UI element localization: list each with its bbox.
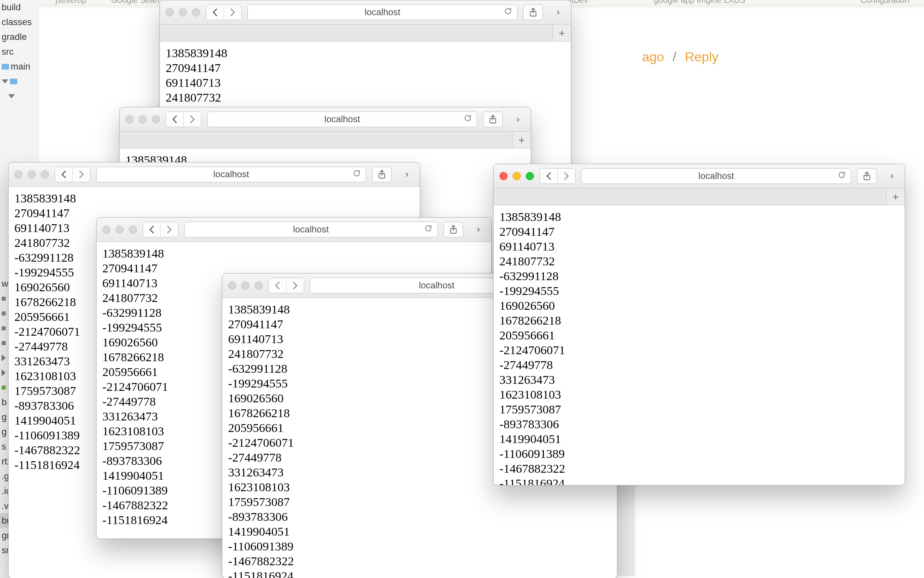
reload-button[interactable] bbox=[838, 171, 846, 181]
toolbar-overflow[interactable]: ›› bbox=[508, 112, 525, 127]
tree-row-expanded[interactable] bbox=[0, 89, 39, 104]
close-window-button[interactable] bbox=[499, 172, 508, 180]
file-icon bbox=[2, 341, 6, 345]
tree-label: w bbox=[2, 276, 8, 291]
file-icon bbox=[2, 385, 6, 390]
tree-item-src[interactable]: src bbox=[0, 44, 39, 59]
address-bar[interactable]: localhost bbox=[581, 168, 851, 184]
page-content: 1385839148 270941147 691140713 241807732… bbox=[494, 205, 905, 485]
tree-item-gradle[interactable]: gradle bbox=[0, 30, 39, 44]
forward-button[interactable] bbox=[72, 167, 90, 182]
share-button[interactable] bbox=[857, 168, 877, 184]
tree-item-classes[interactable]: classes bbox=[0, 15, 39, 30]
bg-tab: jsinterop bbox=[55, 0, 87, 5]
separator: / bbox=[672, 49, 676, 64]
forward-button[interactable] bbox=[160, 222, 178, 237]
address-bar[interactable]: localhost bbox=[207, 111, 477, 127]
address-title: localhost bbox=[419, 280, 455, 291]
nav-buttons bbox=[268, 278, 304, 293]
tab-strip: + bbox=[160, 25, 571, 42]
toolbar-overflow[interactable]: ›› bbox=[397, 167, 414, 182]
reload-icon bbox=[424, 224, 432, 232]
address-title: localhost bbox=[698, 171, 734, 181]
bg-tab: Configuration bbox=[860, 0, 909, 5]
reload-button[interactable] bbox=[353, 169, 361, 180]
window-toolbar: localhost›› bbox=[97, 218, 491, 242]
close-window-button[interactable] bbox=[166, 8, 174, 16]
minimize-window-button[interactable] bbox=[513, 172, 521, 180]
tree-label: src bbox=[2, 44, 14, 59]
toolbar-overflow[interactable]: ›› bbox=[469, 222, 485, 237]
close-window-button[interactable] bbox=[102, 225, 111, 234]
file-icon bbox=[2, 311, 6, 316]
back-button[interactable] bbox=[143, 222, 160, 237]
toolbar-overflow[interactable]: ›› bbox=[882, 169, 899, 183]
reload-icon bbox=[464, 114, 472, 122]
share-button[interactable] bbox=[483, 111, 503, 127]
tree-label: b bbox=[2, 395, 7, 410]
address-bar[interactable]: localhost bbox=[184, 222, 438, 237]
reload-button[interactable] bbox=[464, 114, 472, 125]
chevron-left-icon bbox=[149, 225, 155, 234]
chevron-left-icon bbox=[172, 115, 178, 123]
chevron-right-icon bbox=[230, 8, 236, 16]
tree-item-build[interactable]: build bbox=[0, 0, 39, 15]
address-title: localhost bbox=[213, 169, 249, 180]
zoom-window-button[interactable] bbox=[129, 225, 137, 234]
new-tab-button[interactable]: + bbox=[886, 188, 905, 205]
forward-button[interactable] bbox=[224, 5, 241, 20]
new-tab-button[interactable]: + bbox=[512, 132, 531, 148]
minimize-window-button[interactable] bbox=[28, 170, 36, 179]
forward-button[interactable] bbox=[286, 278, 304, 293]
traffic-lights bbox=[499, 172, 534, 180]
traffic-lights bbox=[102, 225, 137, 234]
tree-label: classes bbox=[2, 15, 32, 30]
back-button[interactable] bbox=[269, 278, 286, 293]
close-window-button[interactable] bbox=[14, 170, 23, 179]
window-toolbar: localhost›› bbox=[120, 107, 531, 132]
tab-strip: + bbox=[120, 132, 531, 149]
back-button[interactable] bbox=[55, 167, 72, 182]
back-button[interactable] bbox=[166, 112, 183, 127]
minimize-window-button[interactable] bbox=[116, 225, 124, 234]
address-bar[interactable]: localhost bbox=[96, 167, 366, 182]
back-button[interactable] bbox=[206, 5, 224, 20]
nav-buttons bbox=[166, 111, 201, 127]
chevron-left-icon bbox=[275, 281, 280, 290]
toolbar-overflow[interactable]: ›› bbox=[549, 5, 565, 20]
tab-strip: + bbox=[494, 188, 905, 205]
zoom-window-button[interactable] bbox=[192, 8, 200, 16]
share-button[interactable] bbox=[444, 222, 463, 237]
tree-item-main[interactable]: main bbox=[0, 59, 39, 74]
file-icon bbox=[2, 297, 6, 301]
minimize-window-button[interactable] bbox=[139, 115, 147, 123]
chevron-right-icon bbox=[2, 355, 6, 361]
address-bar[interactable]: localhost bbox=[247, 5, 517, 20]
reload-button[interactable] bbox=[504, 7, 512, 18]
safari-window[interactable]: localhost››+1385839148 270941147 6911407… bbox=[493, 164, 905, 485]
share-icon bbox=[489, 115, 497, 124]
nav-buttons bbox=[143, 222, 178, 237]
back-button[interactable] bbox=[540, 169, 557, 183]
reload-icon bbox=[838, 171, 846, 179]
zoom-window-button[interactable] bbox=[41, 170, 49, 179]
zoom-window-button[interactable] bbox=[254, 281, 263, 290]
window-toolbar: localhost›› bbox=[9, 162, 420, 187]
zoom-window-button[interactable] bbox=[152, 115, 160, 123]
forward-button[interactable] bbox=[557, 169, 575, 183]
forward-button[interactable] bbox=[183, 112, 201, 127]
chevron-right-icon bbox=[189, 115, 195, 123]
close-window-button[interactable] bbox=[228, 281, 236, 290]
reply-link[interactable]: Reply bbox=[685, 49, 718, 64]
tree-row-expanded[interactable] bbox=[0, 74, 39, 89]
share-button[interactable] bbox=[372, 167, 392, 182]
close-window-button[interactable] bbox=[125, 115, 134, 123]
traffic-lights bbox=[14, 170, 49, 179]
new-tab-button[interactable]: + bbox=[552, 25, 571, 41]
minimize-window-button[interactable] bbox=[241, 281, 249, 290]
zoom-window-button[interactable] bbox=[526, 172, 534, 180]
reload-button[interactable] bbox=[424, 224, 432, 235]
traffic-lights bbox=[228, 281, 263, 290]
minimize-window-button[interactable] bbox=[179, 8, 187, 16]
share-button[interactable] bbox=[523, 5, 543, 20]
